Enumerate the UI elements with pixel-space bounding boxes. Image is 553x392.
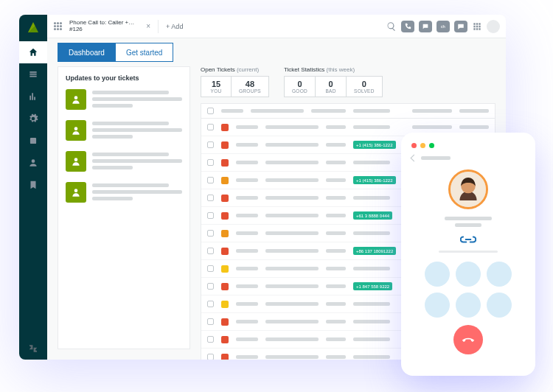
row-checkbox[interactable]: [207, 212, 214, 219]
nav-reporting[interactable]: [19, 85, 47, 108]
col-header[interactable]: [311, 109, 346, 113]
stat-bad[interactable]: 0BAD: [316, 76, 347, 97]
channels-icon: ch: [439, 23, 447, 30]
brand-logo: [28, 22, 38, 32]
status-indicator: [221, 265, 229, 273]
dial-key[interactable]: [487, 262, 512, 287]
row-checkbox[interactable]: [207, 230, 214, 237]
stat-groups[interactable]: 48GROUPS: [232, 76, 269, 97]
app-switch-3[interactable]: ch: [437, 21, 450, 32]
phone-badge: +61 3 8888 0444: [353, 211, 392, 220]
update-card[interactable]: [66, 120, 182, 141]
cell: [326, 196, 346, 200]
cell: [326, 125, 346, 129]
dial-key[interactable]: [487, 293, 512, 318]
row-checkbox[interactable]: [207, 265, 214, 272]
status-indicator: [221, 195, 229, 202]
caller-number: [455, 223, 481, 227]
user-avatar[interactable]: [487, 20, 500, 33]
row-checkbox[interactable]: [207, 336, 214, 343]
col-header[interactable]: [459, 109, 489, 113]
select-all-checkbox[interactable]: [207, 108, 214, 114]
updates-panel: Updates to your tickets: [58, 66, 190, 349]
dial-key[interactable]: [425, 262, 450, 287]
col-header[interactable]: [412, 109, 452, 113]
stat-good[interactable]: 0GOOD: [284, 76, 316, 97]
nav-customers[interactable]: [19, 152, 47, 174]
dial-key[interactable]: [456, 293, 481, 318]
nav-item-5[interactable]: [19, 130, 47, 152]
update-card[interactable]: [66, 89, 182, 110]
nav-item-7[interactable]: [19, 174, 47, 196]
cell: [326, 267, 346, 270]
cell: [236, 302, 258, 306]
app-switch-4[interactable]: [454, 21, 467, 32]
svg-text:ch: ch: [441, 24, 445, 29]
row-checkbox[interactable]: [207, 177, 214, 183]
row-checkbox[interactable]: [207, 124, 214, 130]
tab-grip-icon[interactable]: [53, 22, 62, 31]
cell: [353, 302, 390, 306]
app-switch-1[interactable]: [401, 21, 414, 32]
hangup-button[interactable]: [453, 325, 483, 354]
cell: [326, 178, 346, 182]
cell: [265, 320, 319, 323]
nav-views[interactable]: [19, 63, 47, 85]
ticket-stats-label: Ticket Statistics: [284, 66, 324, 73]
dial-key[interactable]: [425, 293, 450, 318]
ticket-requester-icon: [66, 120, 86, 141]
row-checkbox[interactable]: [207, 248, 214, 254]
cell: [353, 196, 390, 200]
cell: [236, 143, 258, 147]
dial-key[interactable]: [456, 262, 481, 287]
back-button[interactable]: [411, 155, 418, 162]
add-tab-button[interactable]: + Add: [166, 23, 183, 30]
window-tab-bar: Phone Call to: Caller +… #126 × + Add ch: [47, 15, 506, 38]
stat-you[interactable]: 15YOU: [201, 76, 232, 97]
row-checkbox[interactable]: [207, 354, 214, 360]
active-tab[interactable]: Phone Call to: Caller +… #126: [69, 20, 134, 33]
apps-grid-button[interactable]: [472, 21, 482, 32]
row-checkbox[interactable]: [207, 195, 214, 201]
nav-sidebar: [19, 15, 47, 360]
tab-dashboard[interactable]: Dashboard: [58, 43, 116, 62]
row-checkbox[interactable]: [207, 159, 214, 166]
status-indicator: [221, 159, 229, 167]
tab-get-started[interactable]: Get started: [116, 43, 173, 62]
row-checkbox[interactable]: [207, 283, 214, 290]
status-indicator: [221, 283, 229, 290]
svg-point-6: [74, 189, 78, 192]
cell: [412, 125, 452, 129]
phone-badge: +1 (415) 386-1222: [353, 141, 396, 149]
close-dot[interactable]: [411, 143, 417, 148]
cell: [236, 196, 258, 200]
row-checkbox[interactable]: [207, 141, 214, 148]
dialer-title: [421, 156, 451, 160]
status-indicator: [221, 336, 229, 343]
row-checkbox[interactable]: [207, 301, 214, 307]
cell: [265, 161, 319, 164]
nav-home[interactable]: [19, 41, 47, 63]
update-card[interactable]: [66, 182, 182, 203]
grid-icon: [472, 21, 482, 32]
nav-admin[interactable]: [19, 108, 47, 130]
cell: [265, 249, 319, 253]
search-button[interactable]: [386, 21, 397, 32]
col-header[interactable]: [221, 109, 243, 113]
close-tab-button[interactable]: ×: [146, 22, 150, 30]
col-header[interactable]: [251, 109, 304, 113]
stat-solved[interactable]: 0SOLVED: [347, 76, 383, 97]
open-tickets-suffix: (current): [237, 66, 259, 73]
maximize-dot[interactable]: [429, 143, 434, 148]
cell: [326, 143, 346, 147]
app-switch-2[interactable]: [419, 21, 432, 32]
open-tickets-group: Open Tickets (current) 15YOU 48GROUPS: [201, 66, 269, 97]
status-indicator: [221, 124, 229, 131]
minimize-dot[interactable]: [420, 143, 425, 148]
row-checkbox[interactable]: [207, 318, 214, 325]
update-card[interactable]: [66, 151, 182, 172]
link-call-button[interactable]: [460, 234, 476, 245]
col-header[interactable]: [353, 109, 390, 113]
ticket-statistics-group: Ticket Statistics (this week) 0GOOD 0BAD…: [284, 66, 383, 97]
cell: [353, 125, 390, 129]
